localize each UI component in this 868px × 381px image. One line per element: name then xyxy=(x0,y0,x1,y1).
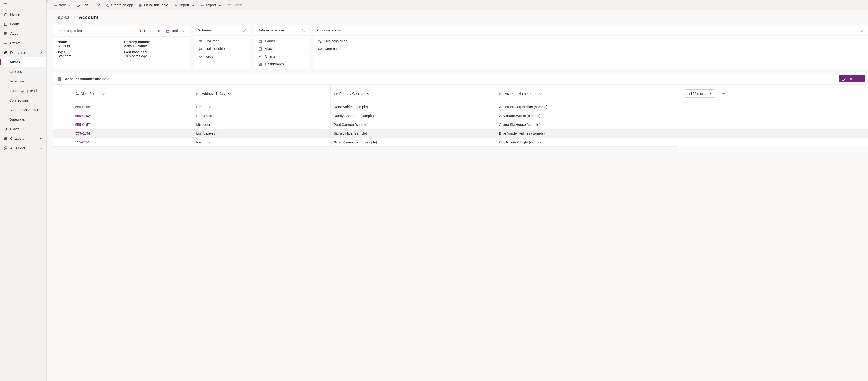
table-row[interactable]: 555-0154Los AngelesSidney Higa (sample)B… xyxy=(53,129,868,138)
sidebar-sub-synapse[interactable]: Azure Synapse Link xyxy=(0,86,46,95)
command-bar: New Edit Create an app Using this table xyxy=(46,0,868,10)
export-button[interactable]: Export xyxy=(198,2,224,8)
exp-dashboards-link[interactable]: Dashboards xyxy=(258,62,305,66)
cell-account-name[interactable]: City Power & Light (sample) xyxy=(496,138,678,147)
command-icon xyxy=(318,47,321,51)
more-columns-button[interactable]: +152 more xyxy=(685,89,715,97)
edit-split-button[interactable] xyxy=(95,1,102,9)
sidebar-scrollbar[interactable] xyxy=(46,0,48,2)
relationship-icon xyxy=(199,47,203,51)
cell-extra xyxy=(678,111,868,120)
edit-data-dropdown[interactable] xyxy=(857,75,865,83)
table-row[interactable]: 555-0152Santa CruzNancy Anderson (sample… xyxy=(53,111,868,120)
cell-account-name[interactable]: A. Datum Corporation (sample) xyxy=(496,102,678,111)
import-icon xyxy=(174,3,178,7)
schema-relationships-link[interactable]: Relationships xyxy=(198,47,245,51)
cell-main-phone[interactable]: 555-0154 xyxy=(72,129,193,138)
cell-account-name[interactable]: Blue Yonder Airlines (sample) xyxy=(496,129,678,138)
sidebar-dataverse-submenu: Tables Choices Dataflows Azure Synapse L… xyxy=(0,57,46,124)
sidebar-item-label: Create xyxy=(10,41,21,45)
column-header-account-name[interactable]: Account Name * xyxy=(496,85,678,102)
primary-column-label: Primary column xyxy=(124,40,186,44)
row-gutter[interactable] xyxy=(53,102,72,111)
data-section-title: Account columns and data xyxy=(65,77,110,81)
info-icon[interactable]: i xyxy=(302,29,306,32)
cell-account-name[interactable]: Adventure Works (sample) xyxy=(496,111,678,120)
using-this-table-button[interactable]: Using this table xyxy=(136,2,170,8)
sidebar-item-create[interactable]: Create xyxy=(0,38,46,48)
properties-button[interactable]: Properties xyxy=(137,28,161,33)
row-gutter[interactable] xyxy=(53,111,72,120)
schema-keys-link[interactable]: Keys xyxy=(198,54,245,58)
sidebar-sub-dataflows[interactable]: Dataflows xyxy=(0,77,46,86)
cell-city[interactable]: Redmond xyxy=(193,102,330,111)
new-button[interactable]: New xyxy=(51,2,73,8)
cell-main-phone[interactable]: 555-0158 xyxy=(72,102,193,111)
exp-views-link[interactable]: Views xyxy=(258,47,305,51)
info-icon[interactable]: i xyxy=(861,29,864,32)
card-title: Customizations xyxy=(317,28,341,32)
sidebar-item-apps[interactable]: Apps xyxy=(0,29,46,38)
edit-button[interactable]: Edit xyxy=(74,2,91,8)
import-button[interactable]: Import xyxy=(172,2,197,8)
data-table: Main Phone Address 1: City xyxy=(53,85,868,147)
table-row[interactable]: 555-0157MissoulaPaul Cannon (sample)Alpi… xyxy=(53,120,868,129)
sidebar-item-ai-builder[interactable]: AI Builder xyxy=(0,143,46,153)
column-header-main-phone[interactable]: Main Phone xyxy=(72,85,193,102)
cell-main-phone[interactable]: 555-0157 xyxy=(72,120,193,129)
sidebar-item-label: Apps xyxy=(10,31,18,35)
chevron-right-icon xyxy=(72,16,76,19)
sidebar-item-home[interactable]: Home xyxy=(0,9,46,19)
sidebar-sub-choices[interactable]: Choices xyxy=(0,67,46,77)
cell-primary-contact[interactable]: Rene Valdes (sample) xyxy=(330,102,496,111)
row-gutter[interactable] xyxy=(53,138,72,147)
cell-city[interactable]: Los Angeles xyxy=(193,129,330,138)
create-app-button[interactable]: Create an app xyxy=(103,2,135,8)
cust-commands-link[interactable]: Commands xyxy=(317,47,864,51)
hamburger-menu-button[interactable] xyxy=(0,0,46,9)
chevron-down-icon xyxy=(366,92,370,95)
sidebar-item-learn[interactable]: Learn xyxy=(0,19,46,29)
hamburger-icon xyxy=(4,3,8,7)
cell-primary-contact[interactable]: Sidney Higa (sample) xyxy=(330,129,496,138)
sidebar-sub-tables[interactable]: Tables xyxy=(0,57,46,67)
cell-account-name[interactable]: Alpine Ski House (sample) xyxy=(496,120,678,129)
data-experiences-card: Data experiences i Forms Views xyxy=(254,25,309,69)
cell-main-phone[interactable]: 555-0155 xyxy=(72,138,193,147)
sidebar-sub-custom-connectors[interactable]: Custom Connectors xyxy=(0,105,46,115)
sidebar-item-dataverse[interactable]: Dataverse xyxy=(0,48,46,57)
column-header-primary-contact[interactable]: Primary Contact xyxy=(330,85,496,102)
column-header-city[interactable]: Address 1: City xyxy=(193,85,330,102)
exp-forms-link[interactable]: Forms xyxy=(258,39,305,43)
cell-city[interactable]: Santa Cruz xyxy=(193,111,330,120)
cell-primary-contact[interactable]: Nancy Anderson (sample) xyxy=(330,111,496,120)
sidebar: Home Learn Apps Create Dataverse Tables xyxy=(0,0,46,381)
chart-icon xyxy=(258,55,262,58)
sidebar-item-flows[interactable]: Flows xyxy=(0,124,46,134)
text-icon xyxy=(499,92,503,95)
cell-primary-contact[interactable]: Scott Konersmann (sample) xyxy=(330,138,496,147)
sidebar-sub-gateways[interactable]: Gateways xyxy=(0,115,46,124)
tools-button[interactable]: Tools xyxy=(164,28,186,33)
breadcrumb-tables[interactable]: Tables xyxy=(55,14,69,20)
form-icon xyxy=(258,39,262,43)
exp-charts-link[interactable]: Charts xyxy=(258,54,305,58)
type-label: Type xyxy=(58,50,119,54)
cell-primary-contact[interactable]: Paul Cannon (sample) xyxy=(330,120,496,129)
cust-business-rules-link[interactable]: Business rules xyxy=(317,39,864,43)
table-row[interactable]: 555-0155RedmondScott Konersmann (sample)… xyxy=(53,138,868,147)
add-column-button[interactable] xyxy=(719,89,728,98)
sidebar-item-chatbots[interactable]: Chatbots xyxy=(0,134,46,143)
cell-main-phone[interactable]: 555-0152 xyxy=(72,111,193,120)
info-icon[interactable]: i xyxy=(243,29,246,32)
table-row[interactable]: 555-0158RedmondRene Valdes (sample)A. Da… xyxy=(53,102,868,111)
row-gutter[interactable] xyxy=(53,129,72,138)
cell-city[interactable]: Redmond xyxy=(193,138,330,147)
chevron-down-icon xyxy=(39,146,43,150)
row-gutter[interactable] xyxy=(53,120,72,129)
sidebar-sub-connections[interactable]: Connections xyxy=(0,95,46,105)
cell-city[interactable]: Missoula xyxy=(193,120,330,129)
schema-columns-link[interactable]: Columns xyxy=(198,39,245,43)
lookup-icon xyxy=(334,92,338,95)
edit-data-button[interactable]: Edit xyxy=(839,76,857,82)
